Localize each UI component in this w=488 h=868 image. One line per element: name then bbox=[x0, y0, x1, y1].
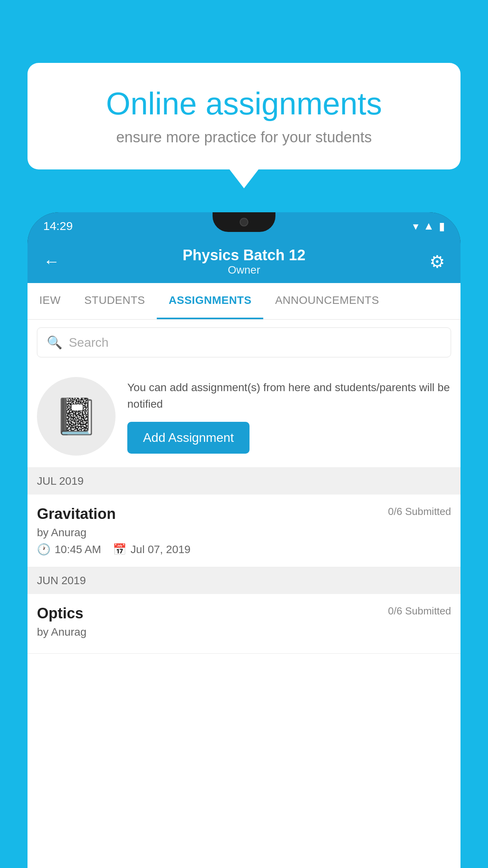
bubble-subtitle: ensure more practice for your students bbox=[55, 129, 433, 146]
signal-icon: ▲ bbox=[423, 220, 434, 232]
assignment-date-gravitation: Jul 07, 2019 bbox=[130, 543, 191, 556]
assignment-submitted-optics: 0/6 Submitted bbox=[388, 605, 451, 617]
speech-bubble: Online assignments ensure more practice … bbox=[28, 63, 460, 169]
status-bar: 14:29 ▾ ▲ ▮ bbox=[28, 212, 460, 240]
notch bbox=[213, 212, 275, 232]
owner-label: Owner bbox=[183, 264, 306, 276]
meta-date-gravitation: 📅 Jul 07, 2019 bbox=[113, 543, 191, 556]
search-icon: 🔍 bbox=[47, 335, 62, 350]
calendar-icon: 📅 bbox=[113, 543, 127, 556]
notebook-icon: 📓 bbox=[54, 396, 98, 437]
assignment-submitted-gravitation: 0/6 Submitted bbox=[388, 506, 451, 518]
wifi-icon: ▾ bbox=[413, 220, 418, 233]
assignment-time-gravitation: 10:45 AM bbox=[55, 543, 101, 556]
batch-name: Physics Batch 12 bbox=[183, 247, 306, 264]
phone-screen: IEW STUDENTS ASSIGNMENTS ANNOUNCEMENTS 🔍… bbox=[28, 283, 460, 868]
assignment-by-gravitation: by Anurag bbox=[37, 526, 451, 539]
status-icons: ▾ ▲ ▮ bbox=[413, 220, 445, 233]
assignment-promo: 📓 You can add assignment(s) from here an… bbox=[28, 365, 460, 468]
promo-text: You can add assignment(s) from here and … bbox=[127, 379, 451, 412]
speech-bubble-container: Online assignments ensure more practice … bbox=[28, 63, 460, 169]
assignment-name-gravitation: Gravitation bbox=[37, 506, 116, 522]
assignment-by-optics: by Anurag bbox=[37, 626, 451, 638]
add-assignment-button[interactable]: Add Assignment bbox=[127, 422, 250, 454]
promo-icon-circle: 📓 bbox=[37, 377, 116, 456]
assignment-row-top: Gravitation 0/6 Submitted bbox=[37, 506, 451, 522]
clock-icon: 🕐 bbox=[37, 543, 51, 556]
assignment-meta-gravitation: 🕐 10:45 AM 📅 Jul 07, 2019 bbox=[37, 543, 451, 556]
tab-students[interactable]: STUDENTS bbox=[72, 283, 157, 319]
app-header: ← Physics Batch 12 Owner ⚙ bbox=[28, 240, 460, 283]
tab-iew[interactable]: IEW bbox=[28, 283, 72, 319]
tabs-container: IEW STUDENTS ASSIGNMENTS ANNOUNCEMENTS bbox=[28, 283, 460, 320]
section-header-jul: JUL 2019 bbox=[28, 468, 460, 495]
section-header-jun: JUN 2019 bbox=[28, 567, 460, 594]
settings-button[interactable]: ⚙ bbox=[429, 252, 445, 272]
promo-content: You can add assignment(s) from here and … bbox=[127, 379, 451, 454]
back-button[interactable]: ← bbox=[43, 252, 60, 271]
meta-time-gravitation: 🕐 10:45 AM bbox=[37, 543, 101, 556]
assignment-name-optics: Optics bbox=[37, 605, 83, 622]
search-container: 🔍 Search bbox=[28, 320, 460, 365]
phone-frame: 14:29 ▾ ▲ ▮ ← Physics Batch 12 Owner ⚙ I… bbox=[28, 212, 460, 868]
status-time: 14:29 bbox=[43, 219, 73, 233]
bubble-title: Online assignments bbox=[55, 86, 433, 121]
camera-dot bbox=[240, 218, 248, 226]
header-title-area: Physics Batch 12 Owner bbox=[183, 247, 306, 276]
battery-icon: ▮ bbox=[439, 220, 445, 233]
search-placeholder: Search bbox=[69, 335, 108, 350]
assignment-item-gravitation[interactable]: Gravitation 0/6 Submitted by Anurag 🕐 10… bbox=[28, 495, 460, 567]
tab-announcements[interactable]: ANNOUNCEMENTS bbox=[263, 283, 391, 319]
assignment-item-optics[interactable]: Optics 0/6 Submitted by Anurag bbox=[28, 594, 460, 654]
assignment-row-top-optics: Optics 0/6 Submitted bbox=[37, 605, 451, 622]
search-box[interactable]: 🔍 Search bbox=[37, 327, 451, 357]
tab-assignments[interactable]: ASSIGNMENTS bbox=[157, 283, 263, 319]
